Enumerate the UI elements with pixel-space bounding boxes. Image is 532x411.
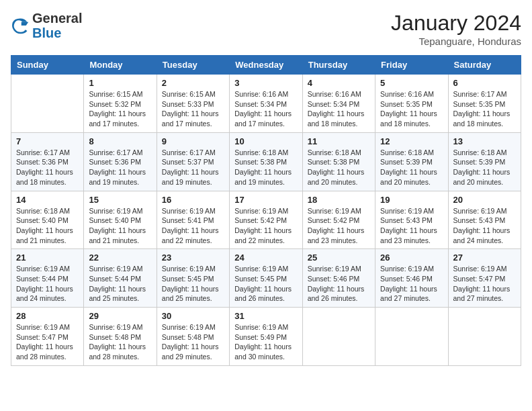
calendar-header-cell: Tuesday (157, 56, 229, 75)
day-info: Sunrise: 6:18 AM Sunset: 5:39 PM Dayligh… (453, 148, 516, 187)
calendar-header-cell: Friday (375, 56, 448, 75)
day-info: Sunrise: 6:19 AM Sunset: 5:49 PM Dayligh… (234, 322, 297, 362)
day-info: Sunrise: 6:18 AM Sunset: 5:39 PM Dayligh… (380, 148, 443, 187)
day-number: 21 (16, 253, 79, 263)
day-info: Sunrise: 6:17 AM Sunset: 5:36 PM Dayligh… (16, 148, 79, 187)
calendar-day-cell: 25Sunrise: 6:19 AM Sunset: 5:46 PM Dayli… (302, 249, 375, 308)
day-info: Sunrise: 6:19 AM Sunset: 5:48 PM Dayligh… (162, 322, 224, 362)
calendar-day-cell: 6Sunrise: 6:17 AM Sunset: 5:35 PM Daylig… (448, 75, 521, 133)
calendar-day-cell: 1Sunrise: 6:15 AM Sunset: 5:32 PM Daylig… (84, 75, 157, 133)
day-number: 2 (162, 78, 224, 88)
day-info: Sunrise: 6:19 AM Sunset: 5:46 PM Dayligh… (380, 264, 443, 304)
calendar-day-cell: 10Sunrise: 6:18 AM Sunset: 5:38 PM Dayli… (230, 132, 302, 191)
day-info: Sunrise: 6:19 AM Sunset: 5:44 PM Dayligh… (89, 264, 151, 304)
day-number: 25 (308, 253, 370, 263)
day-number: 6 (453, 78, 516, 88)
day-number: 8 (89, 136, 151, 146)
calendar-day-cell: 30Sunrise: 6:19 AM Sunset: 5:48 PM Dayli… (157, 308, 229, 366)
day-info: Sunrise: 6:19 AM Sunset: 5:42 PM Dayligh… (308, 206, 370, 246)
day-info: Sunrise: 6:15 AM Sunset: 5:32 PM Dayligh… (89, 89, 151, 129)
day-number: 28 (16, 311, 79, 321)
day-number: 27 (453, 253, 516, 263)
calendar-week-row: 7Sunrise: 6:17 AM Sunset: 5:36 PM Daylig… (11, 132, 521, 191)
calendar-day-cell: 12Sunrise: 6:18 AM Sunset: 5:39 PM Dayli… (375, 132, 448, 191)
day-number: 9 (162, 136, 224, 146)
day-info: Sunrise: 6:18 AM Sunset: 5:38 PM Dayligh… (234, 148, 297, 187)
calendar-day-cell: 19Sunrise: 6:19 AM Sunset: 5:43 PM Dayli… (375, 191, 448, 249)
calendar-day-cell: 22Sunrise: 6:19 AM Sunset: 5:44 PM Dayli… (84, 249, 157, 308)
day-info: Sunrise: 6:19 AM Sunset: 5:42 PM Dayligh… (234, 206, 297, 246)
day-info: Sunrise: 6:19 AM Sunset: 5:40 PM Dayligh… (89, 206, 151, 246)
calendar-day-cell: 29Sunrise: 6:19 AM Sunset: 5:48 PM Dayli… (84, 308, 157, 366)
month-title: January 2024 (391, 11, 521, 36)
calendar-day-cell (302, 308, 375, 366)
day-info: Sunrise: 6:19 AM Sunset: 5:47 PM Dayligh… (453, 264, 516, 304)
day-number: 20 (453, 195, 516, 205)
day-info: Sunrise: 6:19 AM Sunset: 5:48 PM Dayligh… (89, 322, 151, 362)
calendar-header-cell: Wednesday (230, 56, 302, 75)
logo-text: General Blue (32, 11, 82, 40)
day-info: Sunrise: 6:19 AM Sunset: 5:45 PM Dayligh… (234, 264, 297, 304)
calendar-day-cell (375, 308, 448, 366)
day-number: 29 (89, 311, 151, 321)
day-info: Sunrise: 6:19 AM Sunset: 5:43 PM Dayligh… (453, 206, 516, 246)
calendar-day-cell: 26Sunrise: 6:19 AM Sunset: 5:46 PM Dayli… (375, 249, 448, 308)
day-info: Sunrise: 6:19 AM Sunset: 5:45 PM Dayligh… (162, 264, 224, 304)
calendar-day-cell: 4Sunrise: 6:16 AM Sunset: 5:34 PM Daylig… (302, 75, 375, 133)
day-number: 16 (162, 195, 224, 205)
day-number: 31 (234, 311, 297, 321)
calendar-week-row: 21Sunrise: 6:19 AM Sunset: 5:44 PM Dayli… (11, 249, 521, 308)
calendar-day-cell: 23Sunrise: 6:19 AM Sunset: 5:45 PM Dayli… (157, 249, 229, 308)
calendar-header-cell: Saturday (448, 56, 521, 75)
calendar-day-cell: 11Sunrise: 6:18 AM Sunset: 5:38 PM Dayli… (302, 132, 375, 191)
calendar-day-cell: 9Sunrise: 6:17 AM Sunset: 5:37 PM Daylig… (157, 132, 229, 191)
calendar-day-cell: 5Sunrise: 6:16 AM Sunset: 5:35 PM Daylig… (375, 75, 448, 133)
day-info: Sunrise: 6:19 AM Sunset: 5:43 PM Dayligh… (380, 206, 443, 246)
calendar-header-row: SundayMondayTuesdayWednesdayThursdayFrid… (11, 56, 521, 75)
calendar-day-cell: 13Sunrise: 6:18 AM Sunset: 5:39 PM Dayli… (448, 132, 521, 191)
day-info: Sunrise: 6:16 AM Sunset: 5:34 PM Dayligh… (308, 89, 370, 129)
calendar-day-cell: 16Sunrise: 6:19 AM Sunset: 5:41 PM Dayli… (157, 191, 229, 249)
calendar-day-cell: 17Sunrise: 6:19 AM Sunset: 5:42 PM Dayli… (230, 191, 302, 249)
day-number: 10 (234, 136, 297, 146)
day-number: 13 (453, 136, 516, 146)
logo: General Blue (11, 11, 82, 40)
day-info: Sunrise: 6:17 AM Sunset: 5:36 PM Dayligh… (89, 148, 151, 187)
calendar-header-cell: Thursday (302, 56, 375, 75)
calendar-day-cell: 2Sunrise: 6:15 AM Sunset: 5:33 PM Daylig… (157, 75, 229, 133)
day-number: 15 (89, 195, 151, 205)
calendar-week-row: 1Sunrise: 6:15 AM Sunset: 5:32 PM Daylig… (11, 75, 521, 133)
calendar-day-cell: 7Sunrise: 6:17 AM Sunset: 5:36 PM Daylig… (11, 132, 84, 191)
day-number: 22 (89, 253, 151, 263)
day-info: Sunrise: 6:18 AM Sunset: 5:40 PM Dayligh… (16, 206, 79, 246)
calendar-day-cell: 21Sunrise: 6:19 AM Sunset: 5:44 PM Dayli… (11, 249, 84, 308)
day-info: Sunrise: 6:18 AM Sunset: 5:38 PM Dayligh… (308, 148, 370, 187)
calendar-header-cell: Monday (84, 56, 157, 75)
day-number: 14 (16, 195, 79, 205)
calendar-day-cell: 20Sunrise: 6:19 AM Sunset: 5:43 PM Dayli… (448, 191, 521, 249)
day-number: 23 (162, 253, 224, 263)
day-info: Sunrise: 6:19 AM Sunset: 5:47 PM Dayligh… (16, 322, 79, 362)
day-number: 18 (308, 195, 370, 205)
calendar-day-cell: 3Sunrise: 6:16 AM Sunset: 5:34 PM Daylig… (230, 75, 302, 133)
day-info: Sunrise: 6:19 AM Sunset: 5:44 PM Dayligh… (16, 264, 79, 304)
day-number: 24 (234, 253, 297, 263)
location: Tepanguare, Honduras (391, 36, 521, 47)
day-info: Sunrise: 6:17 AM Sunset: 5:35 PM Dayligh… (453, 89, 516, 129)
day-info: Sunrise: 6:15 AM Sunset: 5:33 PM Dayligh… (162, 89, 224, 129)
day-number: 4 (308, 78, 370, 88)
day-number: 12 (380, 136, 443, 146)
calendar-day-cell: 24Sunrise: 6:19 AM Sunset: 5:45 PM Dayli… (230, 249, 302, 308)
day-number: 1 (89, 78, 151, 88)
calendar-day-cell: 18Sunrise: 6:19 AM Sunset: 5:42 PM Dayli… (302, 191, 375, 249)
day-number: 11 (308, 136, 370, 146)
calendar-body: 1Sunrise: 6:15 AM Sunset: 5:32 PM Daylig… (11, 75, 521, 366)
calendar-header-cell: Sunday (11, 56, 84, 75)
calendar-day-cell: 28Sunrise: 6:19 AM Sunset: 5:47 PM Dayli… (11, 308, 84, 366)
day-number: 30 (162, 311, 224, 321)
day-number: 26 (380, 253, 443, 263)
day-info: Sunrise: 6:19 AM Sunset: 5:41 PM Dayligh… (162, 206, 224, 246)
calendar-day-cell: 14Sunrise: 6:18 AM Sunset: 5:40 PM Dayli… (11, 191, 84, 249)
calendar-day-cell: 15Sunrise: 6:19 AM Sunset: 5:40 PM Dayli… (84, 191, 157, 249)
day-number: 5 (380, 78, 443, 88)
